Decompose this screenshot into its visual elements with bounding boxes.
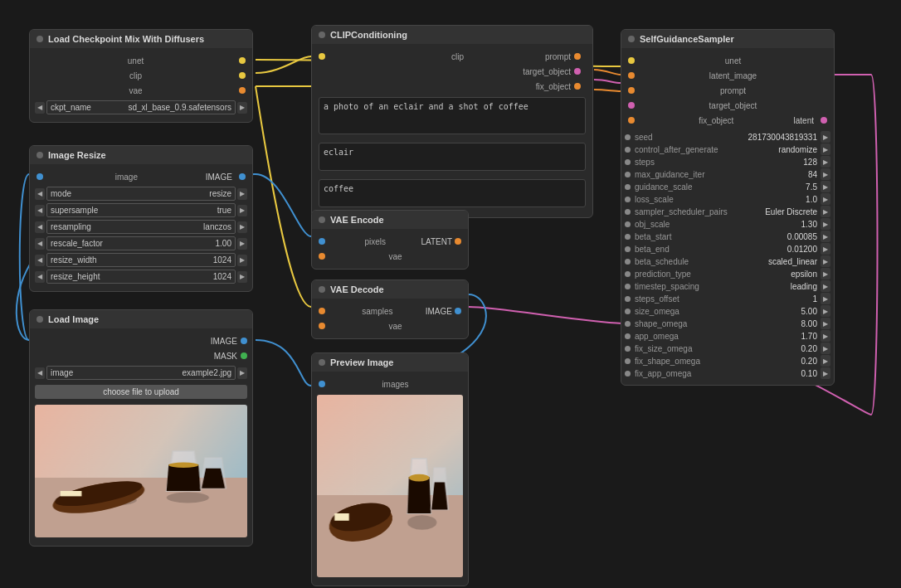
fix-obj-dot[interactable]: [574, 83, 581, 90]
port-unet: unet: [30, 53, 252, 68]
vae-encode-dot: [319, 216, 325, 223]
preview-image-header: Preview Image: [312, 353, 468, 372]
load-image-title: Load Image: [48, 314, 99, 324]
rwidth-prev[interactable]: ◀: [35, 255, 45, 266]
resamp-field[interactable]: resampling lanczos: [46, 220, 236, 234]
li-image-prev[interactable]: ◀: [35, 367, 45, 379]
vd-image-dot[interactable]: [455, 308, 461, 314]
ckpt-next-btn[interactable]: ▶: [237, 102, 247, 114]
bs-value: 0.00085: [719, 232, 819, 241]
ve-pixels-dot[interactable]: [319, 238, 325, 245]
ckpt-name-row: ◀ ckpt_name sd_xl_base_0.9.safetensors ▶: [35, 100, 247, 114]
os-next-btn[interactable]: ▶: [821, 218, 830, 230]
ao-next-btn[interactable]: ▶: [821, 330, 830, 342]
sg-latent-label: latent_image: [709, 71, 757, 80]
be-next-btn[interactable]: ▶: [821, 243, 830, 255]
rheight-field[interactable]: resize_height 1024: [46, 270, 236, 284]
ts-next-btn[interactable]: ▶: [821, 280, 830, 292]
fsho-next-btn[interactable]: ▶: [821, 355, 830, 367]
prompt-dot[interactable]: [574, 53, 581, 60]
vae-encode-header: VAE Encode: [312, 211, 468, 229]
ve-latent-dot[interactable]: [455, 238, 461, 245]
ssp-next-btn[interactable]: ▶: [821, 206, 830, 217]
sg-unet-dot[interactable]: [628, 57, 635, 64]
resamp-next[interactable]: ▶: [237, 221, 247, 233]
bsc-next-btn[interactable]: ▶: [821, 255, 830, 267]
ckpt-prev-btn[interactable]: ◀: [35, 102, 45, 114]
maxg-next-btn[interactable]: ▶: [821, 168, 830, 180]
upload-btn[interactable]: choose file to upload: [35, 385, 247, 399]
rescale-prev[interactable]: ◀: [35, 238, 45, 250]
ckpt-field[interactable]: ckpt_name sd_xl_base_0.9.safetensors: [46, 100, 236, 114]
mode-row: ◀ mode resize ▶: [35, 187, 247, 201]
mode-field[interactable]: mode resize: [46, 187, 236, 201]
target-obj-label: target_object: [523, 67, 571, 76]
fso-next-btn[interactable]: ▶: [821, 343, 830, 354]
gs-next-btn[interactable]: ▶: [821, 181, 830, 192]
vae-port-dot[interactable]: [239, 87, 246, 94]
li-image-next[interactable]: ▶: [237, 367, 247, 379]
preview-image-canvas-container: [317, 395, 463, 577]
so-dot: [625, 296, 631, 302]
sg-fix-dot[interactable]: [628, 117, 635, 124]
vd-samples-dot[interactable]: [319, 308, 325, 314]
target-obj-dot[interactable]: [574, 68, 581, 75]
szo-next-btn[interactable]: ▶: [821, 305, 830, 317]
bs-next-btn[interactable]: ▶: [821, 231, 830, 242]
seed-next-btn[interactable]: ▶: [821, 131, 830, 143]
li-mask-out-dot[interactable]: [241, 352, 247, 359]
super-field[interactable]: supersample true: [46, 203, 236, 217]
resamp-prev[interactable]: ◀: [35, 221, 45, 233]
main-prompt-input[interactable]: a photo of an eclair and a shot of coffe…: [319, 97, 586, 134]
so-next-btn[interactable]: ▶: [821, 293, 830, 304]
control-next-btn[interactable]: ▶: [821, 143, 830, 155]
self-guidance-header: SelfGuidanceSampler: [621, 30, 834, 48]
sg-latent-port: latent_image: [621, 68, 834, 83]
ir-out-label: IMAGE: [206, 173, 232, 182]
super-prev[interactable]: ◀: [35, 205, 45, 216]
ls-next-btn[interactable]: ▶: [821, 193, 830, 205]
sg-target-label: target_object: [709, 101, 757, 110]
vd-vae-dot[interactable]: [319, 323, 325, 329]
rwidth-next[interactable]: ▶: [237, 255, 247, 266]
li-image-field[interactable]: image example2.jpg: [46, 366, 236, 380]
li-image-out-dot[interactable]: [241, 338, 247, 344]
sg-latent-dot[interactable]: [628, 72, 635, 79]
steps-next-btn[interactable]: ▶: [821, 156, 830, 168]
rwidth-field[interactable]: resize_width 1024: [46, 253, 236, 267]
sg-target-dot[interactable]: [628, 102, 635, 109]
fsho-label: fix_shape_omega: [635, 357, 718, 366]
mode-value: resize: [209, 189, 231, 198]
rheight-prev[interactable]: ◀: [35, 271, 45, 283]
fix-prompt-input[interactable]: coffee: [319, 179, 586, 207]
ir-out-dot[interactable]: [239, 173, 246, 180]
pi-images-dot[interactable]: [319, 381, 325, 387]
mode-prev[interactable]: ◀: [35, 188, 45, 200]
target-prompt-input[interactable]: eclair: [319, 143, 586, 171]
unet-port-dot[interactable]: [239, 57, 246, 64]
sho-label: shape_omega: [635, 319, 718, 328]
fix-object-port: fix_object: [529, 79, 587, 94]
checkpoint-body: unet clip vae ◀ ckpt_name sd_xl_base_0.9…: [30, 48, 252, 122]
sg-latent-out-dot[interactable]: [821, 117, 827, 124]
ve-vae-dot[interactable]: [319, 253, 325, 260]
ir-image-dot[interactable]: [37, 173, 43, 180]
checkpoint-title: Load Checkpoint Mix With Diffusers: [48, 34, 204, 44]
pt-next-btn[interactable]: ▶: [821, 268, 830, 279]
sho-next-btn[interactable]: ▶: [821, 318, 830, 329]
fao-next-btn[interactable]: ▶: [821, 367, 830, 379]
rescale-next[interactable]: ▶: [237, 238, 247, 250]
sg-prompt-dot[interactable]: [628, 87, 635, 94]
super-next[interactable]: ▶: [237, 205, 247, 216]
clip-port-dot[interactable]: [239, 72, 246, 79]
param-beta-start: beta_start 0.00085 ▶: [625, 231, 830, 242]
clip-in-dot[interactable]: [319, 53, 325, 60]
param-loss-scale: loss_scale 1.0 ▶: [625, 193, 830, 205]
rescale-field[interactable]: rescale_factor 1.00: [46, 236, 236, 250]
li-mask-port: MASK: [30, 348, 252, 363]
rheight-next[interactable]: ▶: [237, 271, 247, 283]
so-value: 1: [719, 294, 819, 304]
mode-next[interactable]: ▶: [237, 188, 247, 200]
resamp-value: lanczos: [203, 222, 231, 231]
vae-decode-title: VAE Decode: [330, 284, 384, 294]
